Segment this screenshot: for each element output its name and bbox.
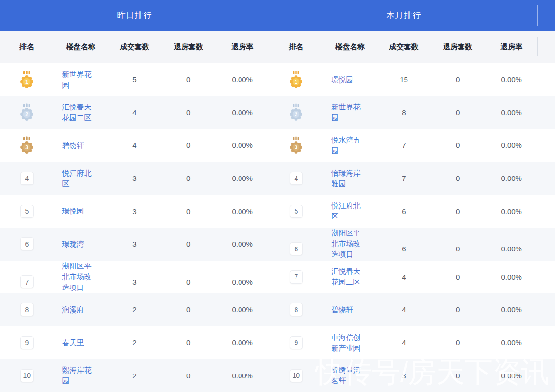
yesterday-ranking-title: 昨日排行 bbox=[0, 0, 269, 31]
sold-count: 3 bbox=[108, 174, 162, 182]
gold-medal-icon: 1 bbox=[19, 71, 34, 89]
column-header: 成交套数 bbox=[108, 42, 162, 52]
property-name-link[interactable]: 汇悦春天花园二区 bbox=[332, 266, 365, 287]
sold-count: 2 bbox=[108, 305, 162, 314]
rank-badge: 10 bbox=[20, 369, 34, 382]
property-name-link[interactable]: 璟珑湾 bbox=[62, 239, 95, 249]
rank-cell: 5 bbox=[0, 195, 54, 228]
rank-badge: 9 bbox=[290, 336, 303, 349]
property-name-link[interactable]: 春天里 bbox=[62, 338, 95, 348]
refund-rate: 0.00% bbox=[215, 339, 269, 347]
rank-cell: 8 bbox=[0, 293, 54, 326]
refund-rate: 0.00% bbox=[215, 305, 269, 314]
refund-rate: 0.00% bbox=[484, 141, 538, 149]
svg-text:2: 2 bbox=[295, 112, 298, 117]
row-section-cells: 7汇悦春天花园二区400.00% bbox=[269, 261, 538, 294]
rank-cell: 3 bbox=[0, 129, 54, 162]
refund-rate: 0.00% bbox=[215, 372, 269, 380]
refund-rate: 0.00% bbox=[484, 273, 538, 281]
column-header: 退房套数 bbox=[162, 42, 216, 52]
sold-count: 8 bbox=[377, 108, 431, 117]
property-name-link[interactable]: 中海信创新产业园 bbox=[332, 332, 365, 354]
sold-count: 3 bbox=[377, 372, 431, 380]
rank-cell: 8 bbox=[269, 293, 323, 326]
rank-cell: 6 bbox=[0, 228, 54, 261]
sold-count: 4 bbox=[377, 305, 431, 314]
refund-count: 0 bbox=[431, 339, 485, 347]
svg-text:3: 3 bbox=[295, 145, 298, 150]
row-section-cells: 9中海信创新产业园400.00% bbox=[269, 326, 538, 359]
column-header: 退房率 bbox=[215, 42, 269, 52]
property-name-cell: 碧饶轩 bbox=[323, 304, 377, 315]
row-section-cells: 8碧饶轩400.00% bbox=[269, 293, 538, 326]
refund-rate: 0.00% bbox=[484, 108, 538, 117]
refund-rate: 0.00% bbox=[484, 305, 538, 314]
rank-badge: 7 bbox=[20, 275, 34, 288]
property-name-cell: 锦绣星河名轩 bbox=[323, 365, 377, 386]
refund-rate: 0.00% bbox=[215, 108, 269, 117]
sold-count: 4 bbox=[108, 108, 162, 117]
refund-count: 0 bbox=[162, 174, 216, 182]
refund-count: 0 bbox=[431, 207, 485, 215]
refund-rate: 0.00% bbox=[215, 141, 269, 149]
property-name-link[interactable]: 熙海岸花园 bbox=[62, 365, 95, 386]
property-name-cell: 璟悦园 bbox=[54, 206, 108, 216]
sold-count: 3 bbox=[108, 207, 162, 215]
rank-cell: 3 bbox=[269, 129, 323, 162]
property-name-link[interactable]: 新世界花园 bbox=[332, 102, 365, 123]
table-row: 4悦江府北区300.00%4怡璟海岸雅园700.00% bbox=[0, 162, 555, 195]
rank-cell: 7 bbox=[269, 261, 323, 294]
property-name-cell: 润溪府 bbox=[54, 304, 108, 315]
column-header: 排名 bbox=[269, 42, 323, 52]
property-name-link[interactable]: 悦水湾五园 bbox=[332, 135, 365, 156]
property-name-link[interactable]: 悦江府北区 bbox=[62, 168, 95, 189]
property-name-link[interactable]: 汇悦春天花园二区 bbox=[62, 102, 95, 123]
property-name-link[interactable]: 润溪府 bbox=[62, 304, 95, 315]
property-name-link[interactable]: 碧饶轩 bbox=[332, 304, 365, 315]
row-section-cells: 8润溪府200.00% bbox=[0, 293, 269, 326]
gold-medal-icon: 1 bbox=[289, 71, 303, 89]
column-header: 楼盘名称 bbox=[323, 42, 377, 52]
property-name-cell: 汇悦春天花园二区 bbox=[54, 102, 108, 123]
row-section-cells: 6璟珑湾300.00% bbox=[0, 228, 269, 261]
property-name-link[interactable]: 怡璟海岸雅园 bbox=[332, 168, 365, 189]
ranking-board: 昨日排行 本月排行 排名楼盘名称成交套数退房套数退房率 排名楼盘名称成交套数退房… bbox=[0, 0, 555, 392]
table-row: 8润溪府200.00%8碧饶轩400.00% bbox=[0, 293, 555, 326]
property-name-cell: 汇悦春天花园二区 bbox=[323, 266, 377, 287]
refund-count: 0 bbox=[162, 141, 216, 149]
refund-count: 0 bbox=[431, 174, 485, 182]
refund-rate: 0.00% bbox=[484, 75, 538, 84]
section-divider bbox=[537, 37, 538, 56]
table-row: 7潮阳区平北市场改造项目（宝华苑)300.00%7汇悦春天花园二区400.00% bbox=[0, 261, 555, 294]
rank-badge: 4 bbox=[20, 172, 34, 185]
row-section-cells: 10熙海岸花园200.00% bbox=[0, 359, 269, 392]
row-section-cells: 1 璟悦园1500.00% bbox=[269, 63, 538, 96]
sold-count: 15 bbox=[377, 75, 431, 84]
property-name-cell: 悦江府北区 bbox=[323, 200, 377, 222]
row-section-cells: 4怡璟海岸雅园700.00% bbox=[269, 162, 538, 195]
refund-count: 0 bbox=[162, 75, 216, 84]
row-section-cells: 3 碧饶轩400.00% bbox=[0, 129, 269, 162]
rank-cell: 1 bbox=[269, 63, 323, 96]
sold-count: 6 bbox=[377, 245, 431, 253]
sold-count: 2 bbox=[108, 372, 162, 380]
section-title-bar: 昨日排行 本月排行 bbox=[0, 0, 555, 31]
refund-count: 0 bbox=[431, 273, 485, 281]
refund-count: 0 bbox=[162, 108, 216, 117]
sold-count: 4 bbox=[108, 141, 162, 149]
property-name-link[interactable]: 璟悦园 bbox=[332, 74, 365, 85]
refund-rate: 0.00% bbox=[484, 245, 538, 253]
property-name-link[interactable]: 碧饶轩 bbox=[62, 140, 95, 151]
rank-cell: 4 bbox=[269, 162, 323, 195]
property-name-link[interactable]: 新世界花园 bbox=[62, 69, 95, 90]
row-section-cells: 3 悦水湾五园700.00% bbox=[269, 129, 538, 162]
sold-count: 4 bbox=[377, 273, 431, 281]
property-name-link[interactable]: 悦江府北区 bbox=[332, 200, 365, 222]
property-name-link[interactable]: 璟悦园 bbox=[62, 206, 95, 216]
refund-count: 0 bbox=[431, 141, 485, 149]
property-name-cell: 璟悦园 bbox=[323, 74, 377, 85]
column-header: 排名 bbox=[0, 42, 54, 52]
property-name-link[interactable]: 锦绣星河名轩 bbox=[332, 365, 365, 386]
property-name-cell: 璟珑湾 bbox=[54, 239, 108, 249]
rank-cell: 2 bbox=[0, 96, 54, 129]
